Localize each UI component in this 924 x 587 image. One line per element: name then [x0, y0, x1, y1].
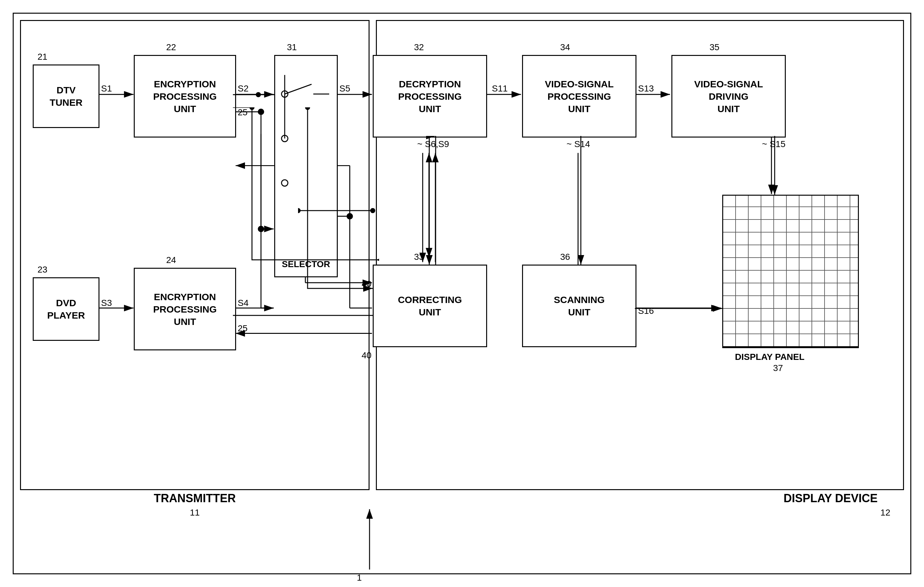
correcting-ref: 33 [414, 252, 424, 262]
correcting-label: CORRECTING UNIT [398, 294, 462, 318]
video-signal-drv-box: VIDEO-SIGNAL DRIVING UNIT [672, 55, 786, 137]
display-panel-label: DISPLAY PANEL [735, 352, 805, 362]
display-device-ref: 12 [881, 508, 890, 518]
video-signal-proc-box: VIDEO-SIGNAL PROCESSING UNIT [522, 55, 637, 137]
scanning-unit-ref: 36 [560, 252, 570, 262]
display-panel-ref: 37 [773, 363, 783, 373]
enc-unit-top-ref: 22 [166, 42, 176, 53]
transmitter-label: TRANSMITTER [154, 492, 236, 505]
diagram-container: TRANSMITTER 11 DISPLAY DEVICE 12 DTV TUN… [13, 13, 911, 574]
display-panel-bottom-border [722, 347, 859, 348]
video-signal-drv-label: VIDEO-SIGNAL DRIVING UNIT [694, 78, 763, 115]
s1-label: S1 [101, 84, 112, 94]
dvd-player-box: DVD PLAYER [33, 277, 99, 341]
s4-label: S4 [238, 298, 249, 308]
dvd-player-label: DVD PLAYER [47, 297, 85, 322]
s16-label: S16 [638, 306, 654, 316]
dvd-player-ref: 23 [38, 265, 47, 275]
svg-point-36 [282, 180, 288, 186]
scanning-unit-label: SCANNING UNIT [554, 294, 605, 318]
svg-point-62 [370, 208, 375, 213]
enc-unit-top-box: ENCRYPTION PROCESSING UNIT [134, 55, 236, 137]
video-signal-proc-label: VIDEO-SIGNAL PROCESSING UNIT [545, 78, 614, 115]
s5-label: S5 [339, 84, 350, 94]
svg-line-39 [285, 84, 312, 94]
enc-unit-bot-ref: 24 [166, 255, 176, 265]
transmitter-ref: 11 [190, 508, 200, 518]
n40-top-label: 40 [361, 279, 371, 289]
selector-box: SELECTOR [274, 55, 338, 277]
scanning-unit-box: SCANNING UNIT [522, 265, 637, 347]
dtv-tuner-label: DTV TUNER [50, 84, 82, 109]
display-device-label: DISPLAY DEVICE [784, 492, 878, 505]
enc-unit-top-label: ENCRYPTION PROCESSING UNIT [153, 78, 217, 115]
n25-bot-label: 25 [238, 323, 248, 333]
s3-label: S3 [101, 298, 112, 308]
s6s9-label: ~ S6,S9 [417, 139, 449, 149]
interface-arrow [360, 509, 379, 573]
s11-label: S11 [492, 84, 508, 94]
correcting-box: CORRECTING UNIT [373, 265, 487, 347]
s14-label: ~ S14 [566, 139, 590, 149]
dtv-tuner-box: DTV TUNER [33, 64, 99, 128]
decryption-box: DECRYPTION PROCESSING UNIT [373, 55, 487, 137]
s2-label: S2 [238, 84, 249, 94]
selector-label: SELECTOR [282, 259, 330, 270]
decryption-label: DECRYPTION PROCESSING UNIT [398, 78, 462, 115]
enc-unit-bot-label: ENCRYPTION PROCESSING UNIT [153, 291, 217, 328]
n25-top-label: 25 [238, 107, 248, 117]
display-panel-box [722, 195, 859, 347]
selector-ref: 31 [287, 42, 297, 53]
video-signal-proc-ref: 34 [560, 42, 570, 53]
video-signal-drv-ref: 35 [710, 42, 719, 53]
enc-unit-bot-box: ENCRYPTION PROCESSING UNIT [134, 268, 236, 350]
s15-label: ~ S15 [762, 139, 785, 149]
dtv-tuner-ref: 21 [38, 52, 47, 62]
s13-label: S13 [638, 84, 654, 94]
decryption-ref: 32 [414, 42, 424, 53]
n40-bot-label: 40 [361, 350, 371, 361]
interface-ref: 1 [357, 573, 362, 583]
